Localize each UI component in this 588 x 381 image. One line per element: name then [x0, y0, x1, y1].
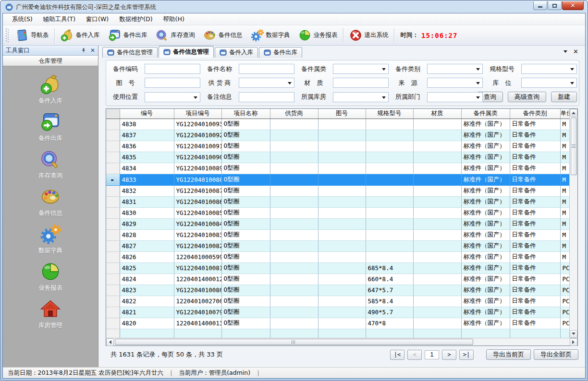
cell[interactable]: M: [560, 174, 569, 185]
cell[interactable]: YG12204010088: [174, 174, 221, 185]
export-all-pages-button[interactable]: 导出全部页: [534, 349, 578, 360]
cell[interactable]: 470*8: [366, 318, 413, 329]
row-selector[interactable]: [106, 196, 120, 207]
vertical-scrollbar[interactable]: [569, 109, 577, 338]
cell[interactable]: [366, 329, 413, 338]
panel-close-icon[interactable]: ✕: [90, 48, 95, 53]
cell[interactable]: [270, 229, 318, 240]
cell[interactable]: 日常备件: [510, 307, 560, 318]
cell[interactable]: PC: [560, 285, 569, 296]
cell[interactable]: [318, 296, 366, 307]
cell[interactable]: 日常备件: [510, 251, 560, 262]
cell[interactable]: 标准件（国产）: [461, 274, 510, 285]
cell[interactable]: 4830: [120, 207, 174, 218]
cell[interactable]: YG12204010084: [174, 218, 221, 229]
cell[interactable]: [270, 196, 318, 207]
toolbar-button[interactable]: 导航条: [11, 27, 53, 44]
dropdown-select[interactable]: [521, 64, 577, 74]
cell[interactable]: YG12204010087: [174, 185, 221, 196]
advanced-query-button[interactable]: 高级查询: [508, 92, 546, 102]
cell[interactable]: M: [560, 207, 569, 218]
cell[interactable]: O型圈: [221, 262, 270, 274]
cell[interactable]: [413, 296, 461, 307]
page-number-input[interactable]: [425, 350, 439, 359]
cell[interactable]: [270, 240, 318, 251]
text-input[interactable]: [333, 78, 389, 88]
row-selector[interactable]: [106, 152, 120, 163]
cell[interactable]: 日常备件: [510, 196, 560, 207]
cell[interactable]: [366, 196, 413, 207]
scroll-up-icon[interactable]: [570, 109, 577, 117]
cell[interactable]: [413, 152, 461, 163]
first-page-button[interactable]: |<: [390, 350, 404, 360]
cell[interactable]: [413, 262, 461, 274]
table-row[interactable]: 4823YG12204010080O型圈647*5.7标准件（国产）日常备件PC: [106, 285, 569, 296]
cell[interactable]: M: [560, 119, 569, 130]
cell[interactable]: O型圈: [221, 163, 270, 174]
row-selector[interactable]: [106, 318, 120, 329]
cell[interactable]: YG12204010090: [174, 152, 221, 163]
cell[interactable]: 4831: [120, 196, 174, 207]
toolbar-button[interactable]: 业务报表: [294, 27, 342, 44]
column-header[interactable]: 项目名称: [221, 109, 270, 119]
cell[interactable]: 1220401400012: [174, 274, 221, 285]
cell[interactable]: [413, 318, 461, 329]
menu-item[interactable]: 辅助工具(T): [38, 13, 81, 25]
row-selector[interactable]: [106, 141, 120, 152]
cell[interactable]: O型圈: [221, 130, 270, 141]
column-header[interactable]: 备件类别: [510, 109, 560, 119]
cell[interactable]: M: [560, 218, 569, 229]
cell[interactable]: [270, 130, 318, 141]
table-row[interactable]: 48241220401400012O型圈660*8.4标准件（国产）日常备件PC: [106, 274, 569, 285]
cell[interactable]: 标准件（国产）: [461, 285, 510, 296]
cell[interactable]: 4833: [120, 174, 174, 185]
cell[interactable]: 标准件（国产）: [461, 240, 510, 251]
cell[interactable]: [413, 163, 461, 174]
cell[interactable]: 日常备件: [510, 296, 560, 307]
row-selector[interactable]: [106, 285, 120, 296]
row-selector[interactable]: [106, 240, 120, 251]
cell[interactable]: 日常备件: [510, 163, 560, 174]
cell[interactable]: [318, 163, 366, 174]
row-selector[interactable]: [106, 119, 120, 130]
table-row[interactable]: 48261220401000599O型圈标准件（国产）日常备件M: [106, 251, 569, 262]
cell[interactable]: [318, 119, 366, 130]
cell[interactable]: [413, 240, 461, 251]
cell[interactable]: O型圈: [221, 185, 270, 196]
cell[interactable]: YG12204010089: [174, 163, 221, 174]
cell[interactable]: [413, 218, 461, 229]
cell[interactable]: O型圈: [221, 318, 270, 329]
cell[interactable]: 日常备件: [510, 218, 560, 229]
cell[interactable]: O型圈: [221, 285, 270, 296]
table-row[interactable]: [106, 329, 569, 338]
cell[interactable]: [270, 285, 318, 296]
table-row[interactable]: 48201220401400013O型圈470*8标准件（国产）日常备件PC: [106, 318, 569, 329]
cell[interactable]: 4835: [120, 152, 174, 163]
cell[interactable]: [366, 174, 413, 185]
cell[interactable]: YG12204010085: [174, 207, 221, 218]
cell[interactable]: O型圈: [221, 174, 270, 185]
cell[interactable]: 4820: [120, 318, 174, 329]
cell[interactable]: [366, 240, 413, 251]
column-header[interactable]: 编号: [120, 109, 174, 119]
cell[interactable]: [270, 119, 318, 130]
row-selector[interactable]: [106, 130, 120, 141]
tab[interactable]: 备件出库: [259, 47, 302, 58]
cell[interactable]: 日常备件: [510, 119, 560, 130]
column-header[interactable]: 备件属类: [461, 109, 510, 119]
cell[interactable]: 1220401002700: [174, 296, 221, 307]
cell[interactable]: [270, 307, 318, 318]
column-header[interactable]: 项目编号: [174, 109, 221, 119]
scroll-right-icon[interactable]: [570, 338, 577, 346]
cell[interactable]: [413, 285, 461, 296]
cell[interactable]: YG12204010081: [174, 262, 221, 274]
row-selector[interactable]: [106, 185, 120, 196]
cell[interactable]: 4829: [120, 218, 174, 229]
cell[interactable]: [413, 251, 461, 262]
cell[interactable]: [318, 130, 366, 141]
cell[interactable]: 标准件（国产）: [461, 130, 510, 141]
menu-item[interactable]: 系统(S): [7, 13, 38, 25]
horizontal-scroll-thumb[interactable]: [115, 339, 473, 345]
cell[interactable]: [413, 329, 461, 338]
minimize-button[interactable]: [533, 1, 547, 10]
